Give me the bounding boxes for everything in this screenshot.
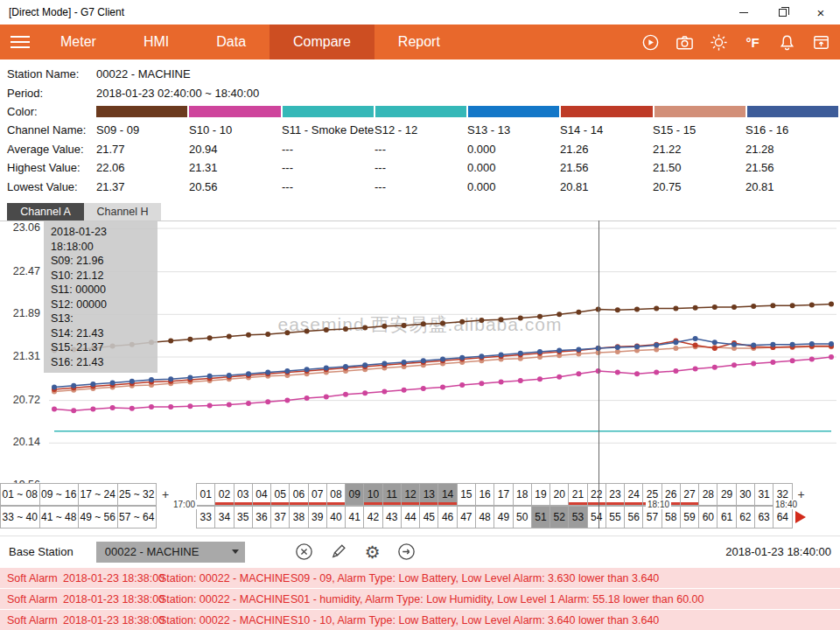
slider-cell[interactable]: 43 xyxy=(382,506,402,528)
slider-cell[interactable]: 17 xyxy=(494,483,513,506)
slider-cell[interactable]: 62 xyxy=(736,506,755,528)
slider-cell[interactable]: 51 xyxy=(531,506,550,528)
alarm-row[interactable]: Soft Alarm2018-01-23 18:38:00Station: 00… xyxy=(0,568,840,588)
channel-color-swatch xyxy=(561,106,652,117)
slider-cell[interactable]: 27 xyxy=(680,483,699,506)
slider-cell[interactable]: 54 xyxy=(587,506,606,528)
slider-cell[interactable]: 35 xyxy=(234,506,253,528)
slider-cell[interactable]: 48 xyxy=(475,506,494,528)
eraser-icon[interactable] xyxy=(328,542,349,563)
slider-cell[interactable]: 23 xyxy=(606,483,625,506)
slider-cell[interactable]: 53 xyxy=(568,506,587,528)
slider-cell[interactable]: 24 xyxy=(624,483,643,506)
average-value-row: 21.7720.94------0.00021.2621.2221.28 xyxy=(96,143,840,156)
slider-cell[interactable]: 21 xyxy=(568,483,587,506)
slider-cell[interactable]: 02 xyxy=(214,483,234,506)
nav-compare[interactable]: Compare xyxy=(270,24,374,60)
slider-cell[interactable]: 33 xyxy=(196,506,215,528)
slider-cell[interactable]: 04 xyxy=(252,483,271,506)
close-button[interactable]: × xyxy=(802,0,840,24)
slider-cell[interactable]: 10 xyxy=(363,483,382,506)
slider-group[interactable]: 57 ~ 64 xyxy=(117,506,158,528)
restore-button[interactable] xyxy=(763,0,802,24)
refresh-icon[interactable] xyxy=(640,32,661,52)
nav-data[interactable]: Data xyxy=(192,24,270,60)
slider-cell[interactable]: 28 xyxy=(698,483,718,506)
slider-cell[interactable]: 37 xyxy=(270,506,290,528)
slider-cell[interactable]: 19 xyxy=(531,483,550,506)
channel-name-value: S15 - 15 xyxy=(653,123,746,136)
slider-cell[interactable]: 42 xyxy=(363,506,382,528)
slider-cell[interactable]: 13 xyxy=(419,483,438,506)
slider-cell[interactable]: 01 xyxy=(196,483,215,506)
advance-arrow-icon[interactable] xyxy=(795,511,806,523)
slider-cell[interactable]: 49 xyxy=(494,506,513,528)
snapshot-export-icon[interactable] xyxy=(810,32,831,52)
slider-group[interactable]: 41 ~ 48 xyxy=(39,506,80,528)
alarm-row[interactable]: Soft Alarm2018-01-23 18:38:00Station: 00… xyxy=(0,610,840,630)
slider-cell[interactable]: 46 xyxy=(438,506,457,528)
slider-cell[interactable]: 12 xyxy=(401,483,420,506)
slider-cell[interactable]: 56 xyxy=(624,506,643,528)
tooltip-line: S16: 21.43 xyxy=(51,355,150,370)
nav-report[interactable]: Report xyxy=(374,24,464,60)
slider-cell[interactable]: 36 xyxy=(252,506,271,528)
slider-cell[interactable]: 16 xyxy=(475,483,494,506)
slider-group[interactable]: 17 ~ 24 xyxy=(78,483,118,506)
slider-group[interactable]: 01 ~ 08 xyxy=(0,483,40,506)
slider-cell[interactable]: 50 xyxy=(513,506,532,528)
alarm-bell-icon[interactable] xyxy=(776,32,797,52)
slider-cell[interactable]: 39 xyxy=(308,506,327,528)
slider-cell[interactable]: 05 xyxy=(270,483,290,506)
slider-cell[interactable]: 31 xyxy=(754,483,774,506)
tab-channel-a[interactable]: Channel A xyxy=(7,203,84,220)
slider-cell[interactable]: 60 xyxy=(698,506,718,528)
slider-group[interactable]: 25 ~ 32 xyxy=(117,483,158,506)
slider-cell[interactable]: 09 xyxy=(345,483,364,506)
brightness-icon[interactable] xyxy=(708,32,729,52)
nav-hmi[interactable]: HMI xyxy=(120,24,192,60)
slider-cell[interactable]: 22 xyxy=(587,483,606,506)
slider-cell[interactable]: 44 xyxy=(401,506,420,528)
slider-cell[interactable]: 63 xyxy=(754,506,774,528)
tab-channel-h[interactable]: Channel H xyxy=(84,203,161,220)
slider-cell[interactable]: 15 xyxy=(457,483,476,506)
slider-group[interactable]: 49 ~ 56 xyxy=(78,506,118,528)
slider-cell[interactable]: 55 xyxy=(606,506,625,528)
slider-cell[interactable]: 03 xyxy=(234,483,253,506)
slider-cell[interactable]: 34 xyxy=(214,506,234,528)
channel-low-value: 20.75 xyxy=(653,180,746,193)
menu-icon[interactable] xyxy=(0,24,37,60)
slider-cell[interactable]: 07 xyxy=(308,483,327,506)
alarm-row[interactable]: Soft Alarm2018-01-23 18:38:00Station: 00… xyxy=(0,589,840,609)
base-station-dropdown[interactable]: 00022 - MACHINE xyxy=(96,542,245,563)
slider-cell[interactable]: 11 xyxy=(382,483,402,506)
slider-cell[interactable]: 47 xyxy=(457,506,476,528)
slider-group[interactable]: 33 ~ 40 xyxy=(0,506,40,528)
lowest-value-label: Lowest Value: xyxy=(0,180,96,193)
slider-cell[interactable]: 18 xyxy=(513,483,532,506)
gear-icon[interactable]: ⚙ xyxy=(362,542,383,563)
slider-cell[interactable]: 20 xyxy=(550,483,569,506)
slider-cell[interactable]: 14 xyxy=(438,483,457,506)
slider-cell[interactable]: 29 xyxy=(717,483,736,506)
camera-icon[interactable] xyxy=(674,32,695,52)
minimize-button[interactable] xyxy=(724,0,763,24)
chart-area[interactable]: 23.0622.4721.8921.3120.7220.1419.56 ease… xyxy=(0,220,840,483)
slider-cell[interactable]: 40 xyxy=(326,506,346,528)
chart-canvas[interactable] xyxy=(49,221,836,483)
go-arrow-icon[interactable] xyxy=(396,542,417,563)
slider-cell[interactable]: 41 xyxy=(345,506,364,528)
slider-cell[interactable]: 06 xyxy=(289,483,308,506)
fahrenheit-icon[interactable]: °F xyxy=(742,32,763,52)
slider-cell[interactable]: 61 xyxy=(717,506,736,528)
slider-cell[interactable]: 52 xyxy=(550,506,569,528)
slider-cell[interactable]: 38 xyxy=(289,506,308,528)
nav-meter[interactable]: Meter xyxy=(37,24,120,60)
clear-circle-x-icon[interactable] xyxy=(294,542,315,563)
slider-cell[interactable]: 08 xyxy=(326,483,346,506)
slider-cell[interactable]: 45 xyxy=(419,506,438,528)
slider-cell[interactable]: 59 xyxy=(680,506,699,528)
slider-group[interactable]: 09 ~ 16 xyxy=(39,483,80,506)
slider-cell[interactable]: 30 xyxy=(736,483,755,506)
